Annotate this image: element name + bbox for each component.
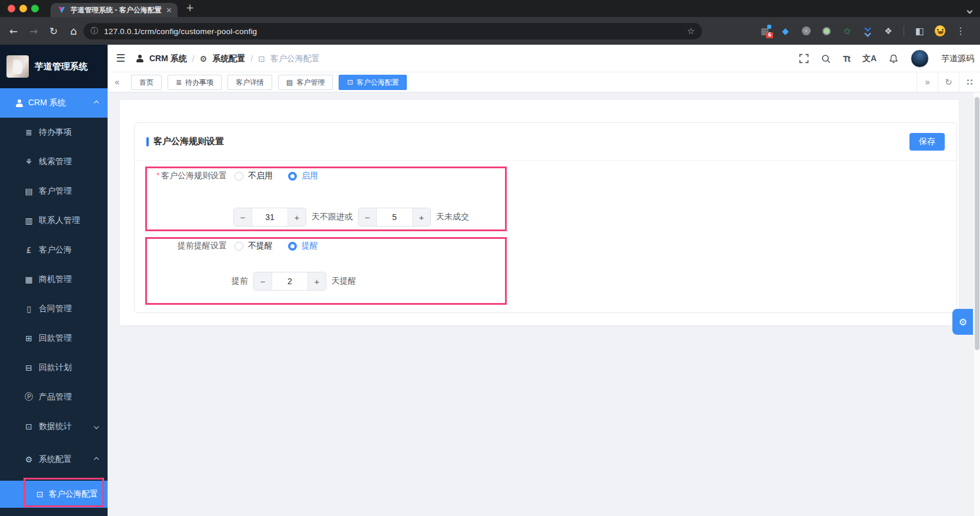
remind-days-input[interactable]: 2 xyxy=(272,272,308,290)
tag-home[interactable]: 首页 xyxy=(131,75,162,90)
tags-scroll-left-icon[interactable]: « xyxy=(108,72,126,92)
tags-refresh-icon[interactable]: ↻ xyxy=(938,72,959,92)
font-size-icon[interactable]: Tt xyxy=(843,54,850,64)
notification-bell-icon[interactable] xyxy=(889,54,898,64)
sidebar-item-pool-config[interactable]: ⊡ 客户公海配置 xyxy=(0,481,108,508)
tag-customer-detail[interactable]: 客户详情 xyxy=(228,75,272,90)
system-config-icon: ⚙ xyxy=(24,455,34,464)
profile-avatar-icon[interactable] xyxy=(935,26,945,36)
customer-book-icon: ▤ xyxy=(286,78,293,86)
traffic-light-maximize[interactable] xyxy=(31,5,39,12)
reload-icon[interactable]: ↻ xyxy=(45,17,62,45)
sidebar-item-config[interactable]: ⚙系统配置 xyxy=(0,445,108,474)
remind-days-stepper: − 2 + xyxy=(253,272,326,291)
tag-customer-mgmt[interactable]: ▤客户管理 xyxy=(278,75,333,90)
theme-settings-gear-icon[interactable]: ⚙ xyxy=(952,309,974,335)
extension-layers-icon[interactable] xyxy=(862,26,873,36)
sidebar-item-customer[interactable]: ▤客户管理 xyxy=(0,177,108,206)
tags-layout-grid-icon[interactable]: ∷ xyxy=(959,72,980,92)
browser-tab[interactable]: 芋道管理系统 - 客户公海配置 ✕ xyxy=(51,3,178,17)
back-icon[interactable]: ← xyxy=(5,17,22,45)
traffic-light-minimize[interactable] xyxy=(19,5,27,12)
tab-search-chevron-icon[interactable] xyxy=(968,5,972,15)
remind-field-label: 提前提醒设置 xyxy=(135,241,227,251)
tags-scroll-right-icon[interactable]: » xyxy=(917,72,938,92)
breadcrumb-separator: / xyxy=(250,54,253,64)
fullscreen-icon[interactable] xyxy=(799,54,809,64)
toolbar-divider xyxy=(904,26,904,36)
sidebar-item-crm[interactable]: CRM 系统 xyxy=(0,88,108,118)
increase-button[interactable]: + xyxy=(413,208,430,226)
breadcrumb-item-crm[interactable]: CRM 系统 xyxy=(149,54,187,64)
extension-star-icon[interactable]: ✩ xyxy=(842,26,852,36)
extension-recorder-icon[interactable] xyxy=(821,26,832,36)
unfollow-days-input[interactable]: 31 xyxy=(252,208,288,226)
address-bar[interactable]: ⓘ 127.0.0.1/crm/config/customer-pool-con… xyxy=(83,23,702,39)
extension-vue-devtools-icon[interactable]: ◆ xyxy=(780,26,791,36)
tag-pool-config-active[interactable]: ⊡客户公海配置 xyxy=(339,75,407,90)
increase-button[interactable]: + xyxy=(308,272,326,290)
new-tab-button[interactable]: + xyxy=(186,2,194,14)
sidebar-item-product[interactable]: Ⓟ产品管理 xyxy=(0,382,108,412)
page-panel: 客户公海规则设置 保存 *客户公海规则设置 不启用 启用 − 31 + 天不跟进… xyxy=(120,100,959,325)
sidebar-item-pool[interactable]: £客户公海 xyxy=(0,235,108,265)
sidebar-item-todo[interactable]: ≣待办事项 xyxy=(0,118,108,147)
sidebar-item-receivable[interactable]: ⊞回款管理 xyxy=(0,324,108,353)
radio-rule-off[interactable]: 不启用 xyxy=(235,171,273,181)
radio-circle-icon xyxy=(288,242,297,251)
radio-circle-icon xyxy=(235,172,243,181)
sidebar-item-contract[interactable]: ▯合同管理 xyxy=(0,294,108,324)
tab-close-icon[interactable]: ✕ xyxy=(166,6,172,15)
increase-button[interactable]: + xyxy=(288,208,306,226)
app-logo[interactable]: 芋道管理系统 xyxy=(0,45,108,88)
pool-rule-card: 客户公海规则设置 保存 *客户公海规则设置 不启用 启用 − 31 + 天不跟进… xyxy=(134,122,957,313)
language-icon[interactable]: 文A xyxy=(862,54,877,64)
undeal-days-input[interactable]: 5 xyxy=(376,208,413,226)
home-icon[interactable]: ⌂ xyxy=(65,17,82,45)
scrollbar-thumb[interactable] xyxy=(975,97,979,350)
clue-icon: ⚘ xyxy=(24,157,34,167)
sidebar-item-clue[interactable]: ⚘线索管理 xyxy=(0,147,108,177)
hamburger-menu-icon[interactable]: ☰ xyxy=(116,52,125,64)
remind-prefix-text: 提前 xyxy=(232,276,248,287)
username[interactable]: 芋道源码 xyxy=(941,54,974,64)
tags-view-bar: « 首页 ≣待办事项 客户详情 ▤客户管理 ⊡客户公海配置 » ↻ ∷ xyxy=(108,72,980,92)
extension-badge: 6 xyxy=(766,32,773,38)
browser-toolbar: ← → ↻ ⌂ ⓘ 127.0.0.1/crm/config/customer-… xyxy=(0,17,980,45)
extensions-puzzle-icon[interactable]: ❖ xyxy=(883,26,894,36)
extension-row: ▦6 ◆ ✳ ✩ ❖ ◧ ⋮ xyxy=(760,17,966,45)
side-panel-icon[interactable]: ◧ xyxy=(914,26,925,36)
payment-plan-icon: ⊟ xyxy=(24,363,34,372)
radio-rule-on-selected[interactable]: 启用 xyxy=(288,171,318,181)
radio-remind-off[interactable]: 不提醒 xyxy=(235,241,273,251)
breadcrumb-item-config[interactable]: 系统配置 xyxy=(212,54,245,64)
sidebar-item-receivable-plan[interactable]: ⊟回款计划 xyxy=(0,353,108,382)
breadcrumb: CRM 系统 / ⚙ 系统配置 / ⊡ 客户公海配置 xyxy=(136,45,320,72)
extension-globe-icon[interactable]: ✳ xyxy=(801,26,811,36)
traffic-light-close[interactable] xyxy=(8,5,15,12)
save-button[interactable]: 保存 xyxy=(909,133,945,151)
sidebar-item-contact[interactable]: ▥联系人管理 xyxy=(0,206,108,235)
sidebar-item-statistics[interactable]: ⊡数据统计 xyxy=(0,412,108,441)
tag-todo[interactable]: ≣待办事项 xyxy=(168,75,222,90)
extension-blocker-icon[interactable]: ▦6 xyxy=(760,26,770,36)
radio-circle-icon xyxy=(288,172,297,181)
product-icon: Ⓟ xyxy=(24,392,34,402)
customer-book-icon: ▤ xyxy=(24,187,34,196)
decrease-button[interactable]: − xyxy=(234,208,252,226)
search-icon[interactable] xyxy=(821,54,831,64)
decrease-button[interactable]: − xyxy=(254,272,272,290)
forward-icon[interactable]: → xyxy=(25,17,42,45)
page-scrollbar[interactable] xyxy=(973,92,980,516)
person-icon xyxy=(136,55,144,62)
site-info-icon[interactable]: ⓘ xyxy=(91,26,98,36)
radio-remind-on-selected[interactable]: 提醒 xyxy=(288,241,318,251)
browser-menu-icon[interactable]: ⋮ xyxy=(955,26,966,36)
user-avatar[interactable] xyxy=(911,49,929,68)
sidebar-item-business[interactable]: ▦商机管理 xyxy=(0,265,108,294)
url-text[interactable]: 127.0.0.1/crm/config/customer-pool-confi… xyxy=(104,27,687,36)
app-title: 芋道管理系统 xyxy=(35,61,88,72)
decrease-button[interactable]: − xyxy=(359,208,376,226)
contact-book-icon: ▥ xyxy=(24,216,34,225)
bookmark-star-icon[interactable]: ☆ xyxy=(687,26,695,36)
